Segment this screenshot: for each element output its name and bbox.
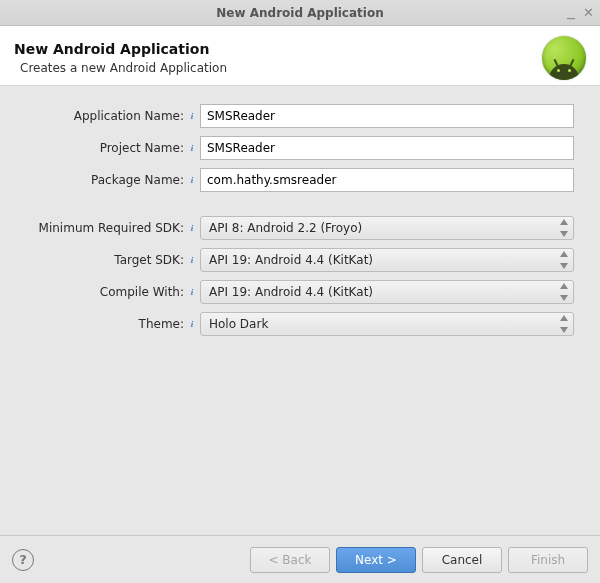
- page-title: New Android Application: [14, 41, 227, 57]
- spinner-icon: [558, 219, 570, 237]
- back-button: < Back: [250, 547, 330, 573]
- page-subtitle: Creates a new Android Application: [20, 61, 227, 75]
- target-sdk-value: API 19: Android 4.4 (KitKat): [209, 253, 373, 267]
- window-minimize-icon[interactable]: _: [567, 5, 575, 15]
- info-icon[interactable]: i: [186, 142, 198, 154]
- theme-value: Holo Dark: [209, 317, 268, 331]
- cancel-button[interactable]: Cancel: [422, 547, 502, 573]
- min-sdk-value: API 8: Android 2.2 (Froyo): [209, 221, 362, 235]
- titlebar: New Android Application _ ✕: [0, 0, 600, 26]
- android-icon: [542, 36, 586, 80]
- min-sdk-label: Minimum Required SDK:: [39, 221, 184, 235]
- info-icon[interactable]: i: [186, 318, 198, 330]
- row-application-name: Application Name: i: [10, 104, 574, 128]
- help-icon: ?: [19, 552, 27, 567]
- wizard-footer: ? < Back Next > Cancel Finish: [0, 535, 600, 583]
- wizard-header: New Android Application Creates a new An…: [0, 26, 600, 86]
- application-name-input[interactable]: [200, 104, 574, 128]
- row-project-name: Project Name: i: [10, 136, 574, 160]
- target-sdk-label: Target SDK:: [114, 253, 184, 267]
- help-button[interactable]: ?: [12, 549, 34, 571]
- info-icon[interactable]: i: [186, 222, 198, 234]
- spinner-icon: [558, 283, 570, 301]
- row-min-sdk: Minimum Required SDK: i API 8: Android 2…: [10, 216, 574, 240]
- row-target-sdk: Target SDK: i API 19: Android 4.4 (KitKa…: [10, 248, 574, 272]
- target-sdk-select[interactable]: API 19: Android 4.4 (KitKat): [200, 248, 574, 272]
- theme-label: Theme:: [139, 317, 184, 331]
- form-area: Application Name: i Project Name: i Pack…: [0, 86, 600, 354]
- spinner-icon: [558, 315, 570, 333]
- info-icon[interactable]: i: [186, 110, 198, 122]
- package-name-label: Package Name:: [91, 173, 184, 187]
- compile-with-value: API 19: Android 4.4 (KitKat): [209, 285, 373, 299]
- window-close-icon[interactable]: ✕: [583, 5, 594, 20]
- info-icon[interactable]: i: [186, 174, 198, 186]
- project-name-input[interactable]: [200, 136, 574, 160]
- compile-with-label: Compile With:: [100, 285, 184, 299]
- package-name-input[interactable]: [200, 168, 574, 192]
- spinner-icon: [558, 251, 570, 269]
- application-name-label: Application Name:: [74, 109, 184, 123]
- row-theme: Theme: i Holo Dark: [10, 312, 574, 336]
- project-name-label: Project Name:: [100, 141, 184, 155]
- info-icon[interactable]: i: [186, 286, 198, 298]
- row-compile-with: Compile With: i API 19: Android 4.4 (Kit…: [10, 280, 574, 304]
- window-title: New Android Application: [216, 6, 383, 20]
- compile-with-select[interactable]: API 19: Android 4.4 (KitKat): [200, 280, 574, 304]
- window-controls: _ ✕: [567, 0, 594, 25]
- row-package-name: Package Name: i: [10, 168, 574, 192]
- info-icon[interactable]: i: [186, 254, 198, 266]
- min-sdk-select[interactable]: API 8: Android 2.2 (Froyo): [200, 216, 574, 240]
- next-button[interactable]: Next >: [336, 547, 416, 573]
- finish-button: Finish: [508, 547, 588, 573]
- theme-select[interactable]: Holo Dark: [200, 312, 574, 336]
